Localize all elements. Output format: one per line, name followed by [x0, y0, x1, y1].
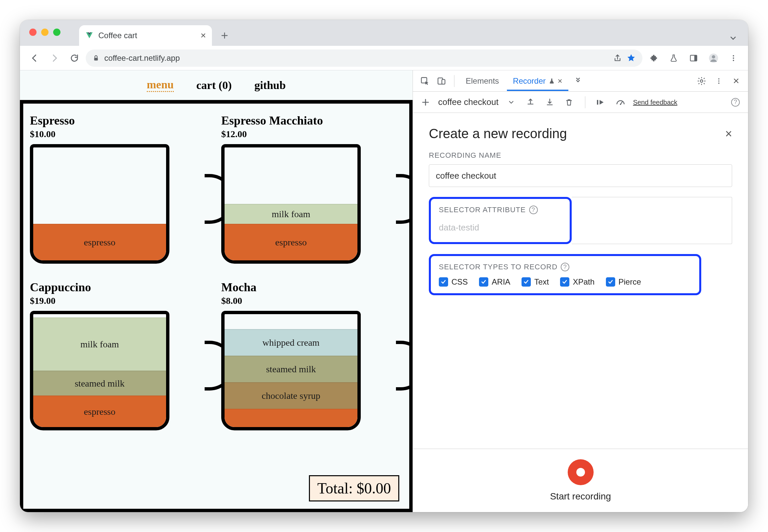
labs-icon[interactable] [665, 49, 682, 67]
drinks-grid: Espresso$10.00espressoEspresso Macchiato… [30, 114, 403, 430]
import-icon[interactable] [543, 96, 556, 109]
nav-menu-link[interactable]: menu [147, 78, 174, 92]
svg-rect-15 [597, 100, 598, 105]
back-button[interactable] [26, 49, 43, 67]
selector-type-text[interactable]: Text [522, 277, 549, 287]
cup-layer: milk foam [33, 317, 166, 371]
selector-type-xpath[interactable]: XPath [560, 277, 594, 287]
checkbox-icon [522, 277, 531, 287]
cup-layer: espresso [33, 224, 166, 260]
inspect-element-icon[interactable] [418, 74, 432, 88]
nav-cart-link[interactable]: cart (0) [196, 79, 232, 92]
coffee-cup[interactable]: whipped creamsteamed milkchocolate syrup [221, 311, 361, 430]
cup-layer: espresso [225, 224, 357, 260]
tab-recorder[interactable]: Recorder × [507, 71, 568, 91]
selector-type-aria[interactable]: ARIA [479, 277, 510, 287]
selector-attribute-section: SELECTOR ATTRIBUTE ? [429, 197, 732, 244]
checkbox-label: Pierce [619, 277, 641, 287]
more-tabs-icon[interactable] [570, 77, 586, 85]
chrome-menu-icon[interactable] [725, 49, 742, 67]
cup-layer: espresso [33, 396, 166, 427]
separator [454, 75, 454, 87]
panel-close-icon[interactable]: × [725, 127, 732, 141]
svg-point-11 [700, 80, 703, 82]
forward-button[interactable] [46, 49, 63, 67]
recording-name-dropdown[interactable]: coffee checkout [438, 97, 499, 107]
cup-layer: steamed milk [33, 371, 166, 396]
browser-tab[interactable]: Coffee cart × [79, 25, 212, 46]
recorder-toolbar: coffee checkout [413, 92, 748, 113]
cart-total[interactable]: Total: $0.00 [309, 475, 399, 501]
checkbox-label: Text [534, 277, 549, 287]
selector-attribute-right-input[interactable] [572, 197, 732, 244]
window-controls [29, 29, 60, 36]
coffee-cup[interactable]: milk foamsteamed milkespresso [30, 311, 169, 430]
checkbox-icon [606, 277, 615, 287]
delete-icon[interactable] [562, 96, 576, 109]
nav-github-link[interactable]: github [254, 79, 286, 92]
create-recording-panel: Create a new recording × RECORDING NAME … [413, 113, 748, 449]
lock-icon [92, 54, 100, 62]
extensions-icon[interactable] [645, 49, 662, 67]
window-close-icon[interactable] [29, 29, 37, 36]
export-icon[interactable] [524, 96, 537, 109]
start-recording-button[interactable] [568, 459, 594, 485]
devtools-settings-icon[interactable] [694, 74, 709, 88]
url-text: coffee-cart.netlify.app [104, 53, 609, 63]
recording-name-input[interactable] [429, 164, 732, 187]
selector-attribute-label: SELECTOR ATTRIBUTE ? [439, 206, 562, 214]
help-icon[interactable]: ? [729, 96, 742, 109]
tabs-dropdown-icon[interactable] [729, 34, 737, 43]
devtools-menu-icon[interactable] [712, 74, 726, 88]
svg-point-4 [712, 55, 715, 58]
bookmark-star-icon[interactable] [626, 53, 636, 63]
new-tab-button[interactable] [215, 26, 234, 45]
address-bar[interactable]: coffee-cart.netlify.app [86, 49, 642, 67]
drink-card[interactable]: Mocha$8.00whipped creamsteamed milkchoco… [221, 280, 403, 430]
window-maximize-icon[interactable] [53, 29, 60, 36]
tab-close-icon[interactable]: × [201, 30, 206, 41]
checkbox-label: ARIA [492, 277, 510, 287]
svg-point-5 [733, 55, 734, 56]
tab-elements[interactable]: Elements [460, 71, 505, 91]
window-minimize-icon[interactable] [41, 29, 48, 36]
help-icon[interactable]: ? [561, 263, 569, 271]
profile-icon[interactable] [705, 49, 722, 67]
drink-price: $19.00 [30, 296, 211, 306]
devtools-tabstrip: Elements Recorder × × [413, 70, 748, 92]
checkbox-label: CSS [451, 277, 468, 287]
device-toolbar-icon[interactable] [434, 74, 449, 88]
page-body: Espresso$10.00espressoEspresso Macchiato… [20, 100, 413, 512]
cup-layer: chocolate syrup [225, 382, 357, 409]
drink-title: Espresso Macchiato [221, 114, 403, 128]
performance-icon[interactable] [614, 96, 627, 109]
tab-close-icon[interactable]: × [558, 76, 562, 86]
chrome-toolbar: coffee-cart.netlify.app [20, 46, 748, 70]
drink-price: $8.00 [221, 296, 403, 306]
svg-point-16 [620, 104, 621, 105]
share-icon[interactable] [613, 54, 622, 62]
recording-dropdown-chevron-icon[interactable] [505, 96, 518, 109]
replay-icon[interactable] [595, 96, 608, 109]
coffee-cup[interactable]: milk foamespresso [221, 144, 361, 264]
webpage: menu cart (0) github Espresso$10.00espre… [20, 70, 413, 512]
start-recording-label: Start recording [550, 491, 611, 502]
selector-type-pierce[interactable]: Pierce [606, 277, 641, 287]
coffee-cup[interactable]: espresso [30, 144, 169, 264]
new-recording-icon[interactable] [419, 96, 432, 109]
send-feedback-link[interactable]: Send feedback [633, 99, 677, 106]
panel-title: Create a new recording [429, 126, 567, 141]
svg-point-7 [733, 60, 734, 61]
drink-title: Cappuccino [30, 280, 211, 294]
devtools-close-icon[interactable]: × [729, 74, 743, 88]
sidepanel-icon[interactable] [685, 49, 702, 67]
selector-type-css[interactable]: CSS [439, 277, 468, 287]
checkbox-icon [560, 277, 569, 287]
devtools-panel: Elements Recorder × × [413, 70, 748, 512]
drink-card[interactable]: Espresso Macchiato$12.00milk foamespress… [221, 114, 403, 264]
reload-button[interactable] [66, 49, 83, 67]
help-icon[interactable]: ? [529, 206, 538, 214]
drink-card[interactable]: Cappuccino$19.00milk foamsteamed milkesp… [30, 280, 211, 430]
selector-attribute-input[interactable] [439, 220, 562, 235]
drink-card[interactable]: Espresso$10.00espresso [30, 114, 211, 264]
